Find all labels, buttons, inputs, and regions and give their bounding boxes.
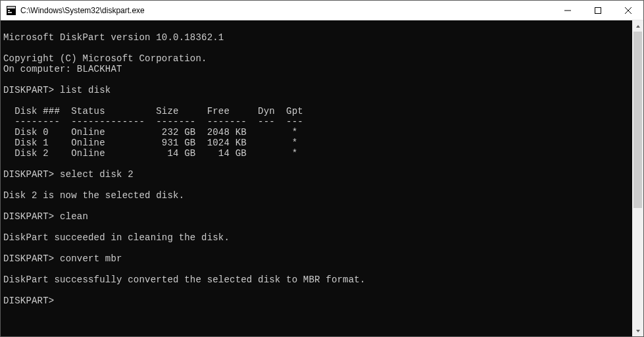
titlebar[interactable]: C:\Windows\System32\diskpart.exe: [1, 1, 643, 20]
chevron-up-icon: [635, 24, 641, 29]
minimize-icon: [564, 7, 571, 14]
copyright-line: Copyright (C) Microsoft Corporation.: [3, 53, 207, 64]
maximize-icon: [595, 7, 601, 14]
svg-rect-3: [8, 12, 12, 13]
prompt: DISKPART>: [3, 211, 54, 222]
prompt: DISKPART>: [3, 253, 54, 264]
minimize-button[interactable]: [553, 1, 583, 20]
svg-rect-1: [7, 7, 15, 9]
msg-convert: DiskPart successfully converted the sele…: [3, 274, 366, 285]
app-window: C:\Windows\System32\diskpart.exe Microso…: [0, 0, 644, 337]
console-output[interactable]: Microsoft DiskPart version 10.0.18362.1 …: [1, 20, 632, 336]
msg-selected: Disk 2 is now the selected disk.: [3, 190, 184, 201]
scroll-thumb[interactable]: [633, 32, 642, 208]
scroll-down-button[interactable]: [632, 325, 643, 336]
scroll-up-button[interactable]: [632, 20, 643, 32]
svg-marker-9: [636, 330, 640, 332]
svg-rect-2: [8, 10, 10, 11]
cmd-list-disk: list disk: [60, 85, 111, 95]
table-row: Disk 0 Online 232 GB 2048 KB *: [3, 127, 297, 138]
version-line: Microsoft DiskPart version 10.0.18362.1: [3, 32, 224, 43]
table-separator: -------- ------------- ------- ------- -…: [3, 117, 303, 127]
cmd-convert-mbr: convert mbr: [60, 253, 122, 264]
prompt: DISKPART>: [3, 85, 54, 95]
table-header: Disk ### Status Size Free Dyn Gpt: [3, 106, 303, 117]
prompt: DISKPART>: [3, 169, 54, 180]
chevron-down-icon: [635, 328, 641, 334]
close-icon: [625, 7, 632, 14]
scroll-track[interactable]: [632, 32, 643, 325]
window-title: C:\Windows\System32\diskpart.exe: [20, 6, 553, 15]
computer-line: On computer: BLACKHAT: [3, 64, 122, 74]
app-icon: [6, 5, 16, 16]
window-controls: [553, 1, 643, 20]
close-button[interactable]: [613, 1, 643, 20]
msg-clean: DiskPart succeeded in cleaning the disk.: [3, 232, 230, 243]
vertical-scrollbar[interactable]: [632, 20, 643, 336]
cmd-select-disk: select disk 2: [60, 169, 134, 180]
table-row: Disk 1 Online 931 GB 1024 KB *: [3, 138, 297, 148]
table-row: Disk 2 Online 14 GB 14 GB *: [3, 148, 297, 159]
svg-marker-8: [636, 25, 640, 28]
prompt: DISKPART>: [3, 296, 54, 306]
svg-rect-5: [595, 7, 601, 13]
cmd-clean: clean: [60, 211, 88, 222]
maximize-button[interactable]: [583, 1, 613, 20]
client-area: Microsoft DiskPart version 10.0.18362.1 …: [1, 20, 643, 336]
